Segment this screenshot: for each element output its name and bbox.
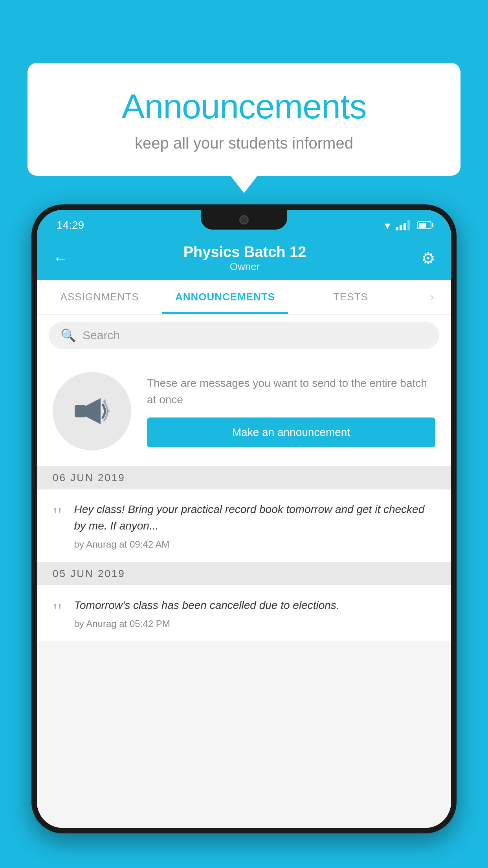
- announcement-meta-2: by Anurag at 05:42 PM: [74, 618, 436, 629]
- make-announcement-button[interactable]: Make an announcement: [147, 417, 435, 447]
- promo-icon-circle: [53, 372, 131, 451]
- speech-bubble-card: Announcements keep all your students inf…: [28, 63, 460, 176]
- status-icons: ▾: [385, 219, 431, 232]
- phone-outer: 14:29 ▾ ← Phys: [31, 204, 457, 833]
- date-separator-2: 05 JUN 2019: [37, 562, 451, 585]
- promo-right: These are messages you want to send to t…: [147, 375, 435, 447]
- back-button[interactable]: ←: [53, 250, 68, 267]
- phone-mockup: 14:29 ▾ ← Phys: [31, 204, 457, 868]
- bubble-title: Announcements: [59, 86, 429, 127]
- search-bar[interactable]: 🔍 Search: [49, 322, 439, 349]
- svg-rect-1: [75, 405, 86, 417]
- announcement-text-1: Hey class! Bring your practical record b…: [74, 501, 436, 534]
- batch-role: Owner: [183, 261, 306, 273]
- status-time: 14:29: [57, 219, 84, 232]
- wifi-icon: ▾: [385, 219, 390, 232]
- signal-bars-icon: [396, 220, 410, 230]
- announcement-meta-1: by Anurag at 09:42 AM: [74, 539, 436, 550]
- phone-screen: 14:29 ▾ ← Phys: [37, 210, 451, 828]
- signal-bar-2: [400, 225, 402, 230]
- search-icon: 🔍: [61, 328, 76, 343]
- tabs-container: ASSIGNMENTS ANNOUNCEMENTS TESTS ›: [37, 280, 451, 314]
- tab-more[interactable]: ›: [413, 280, 451, 314]
- batch-title: Physics Batch 12: [183, 244, 306, 261]
- signal-bar-3: [404, 223, 406, 230]
- announcement-item-1[interactable]: " Hey class! Bring your practical record…: [37, 489, 451, 562]
- battery-fill: [419, 223, 426, 228]
- announcement-content-1: Hey class! Bring your practical record b…: [74, 501, 436, 550]
- phone-camera: [239, 215, 249, 224]
- announcement-text-2: Tomorrow's class has been cancelled due …: [74, 597, 436, 614]
- phone-notch: [201, 210, 287, 230]
- signal-bar-1: [396, 227, 398, 230]
- speech-bubble-section: Announcements keep all your students inf…: [28, 63, 460, 176]
- tab-assignments[interactable]: ASSIGNMENTS: [37, 280, 162, 314]
- quote-icon-2: ": [53, 600, 62, 623]
- announcement-content-2: Tomorrow's class has been cancelled due …: [74, 597, 436, 629]
- search-placeholder: Search: [83, 329, 120, 342]
- date-separator-1: 06 JUN 2019: [37, 466, 451, 489]
- header-center: Physics Batch 12 Owner: [183, 244, 306, 273]
- signal-bar-4: [407, 220, 410, 230]
- screen-content: 🔍 Search: [37, 314, 451, 828]
- announcement-item-2[interactable]: " Tomorrow's class has been cancelled du…: [37, 585, 451, 641]
- tab-tests[interactable]: TESTS: [288, 280, 413, 314]
- tab-announcements[interactable]: ANNOUNCEMENTS: [162, 280, 288, 314]
- svg-point-3: [107, 410, 110, 413]
- app-header: ← Physics Batch 12 Owner ⚙: [37, 237, 451, 280]
- search-bar-container: 🔍 Search: [37, 314, 451, 356]
- megaphone-icon: [70, 390, 114, 433]
- battery-icon: [417, 221, 431, 229]
- promo-card: These are messages you want to send to t…: [37, 356, 451, 466]
- promo-description: These are messages you want to send to t…: [147, 375, 435, 408]
- bubble-subtitle: keep all your students informed: [59, 134, 429, 152]
- quote-icon-1: ": [53, 504, 62, 527]
- settings-button[interactable]: ⚙: [421, 249, 435, 267]
- svg-point-2: [104, 399, 106, 402]
